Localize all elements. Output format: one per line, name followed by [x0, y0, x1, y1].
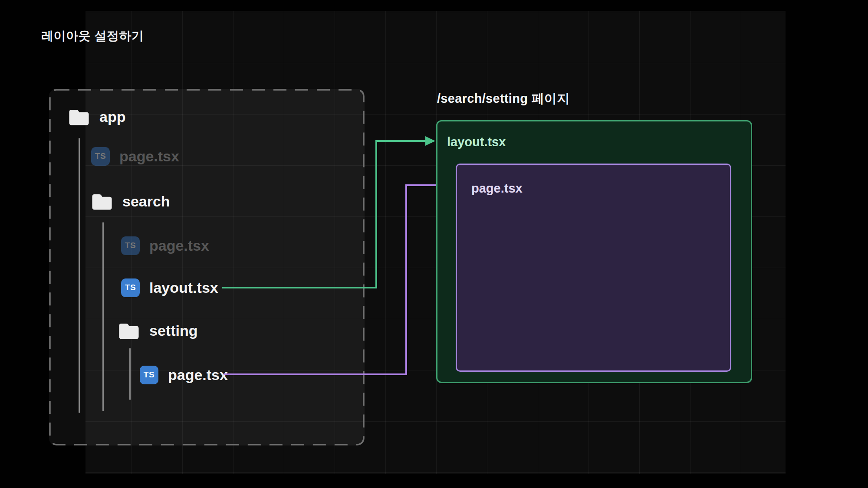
ts-badge-label: TS — [95, 151, 106, 161]
layout-box: layout.tsx page.tsx — [436, 120, 752, 383]
tree-guide-line — [102, 222, 104, 411]
ts-badge-label: TS — [144, 370, 155, 380]
tree-row-layout-tsx: TS layout.tsx — [121, 276, 218, 299]
page-title: 레이아웃 설정하기 — [41, 28, 144, 44]
layout-box-label: layout.tsx — [447, 135, 506, 149]
typescript-file-icon: TS — [140, 366, 158, 384]
typescript-file-icon: TS — [121, 278, 140, 297]
tree-item-label: search — [122, 193, 170, 210]
page-box-label: page.tsx — [471, 181, 523, 196]
ts-badge-label: TS — [125, 241, 136, 250]
tree-item-label: page.tsx — [119, 148, 179, 165]
tree-row-page-tsx-app: TS page.tsx — [91, 145, 179, 167]
page-box: page.tsx — [456, 164, 731, 372]
tree-item-label: layout.tsx — [149, 279, 218, 296]
file-tree-panel — [49, 89, 365, 445]
folder-icon — [118, 322, 140, 340]
tree-item-label: page.tsx — [149, 237, 209, 254]
tree-row-page-tsx-search: TS page.tsx — [121, 234, 209, 257]
tree-guide-line — [79, 138, 80, 413]
slide-canvas: 레이아웃 설정하기 app TS page.tsx search TS page… — [0, 0, 868, 488]
tree-item-label: app — [99, 108, 125, 125]
tree-guide-line — [129, 348, 131, 400]
tree-row-search: search — [91, 190, 170, 213]
folder-icon — [68, 108, 90, 126]
tree-row-page-tsx-setting: TS page.tsx — [140, 364, 228, 386]
typescript-file-icon: TS — [121, 236, 140, 255]
folder-icon — [91, 193, 113, 210]
preview-title: /search/setting 페이지 — [437, 90, 569, 108]
tree-row-setting: setting — [118, 319, 197, 342]
typescript-file-icon: TS — [91, 147, 110, 166]
ts-badge-label: TS — [125, 283, 136, 292]
tree-row-app: app — [68, 105, 125, 128]
tree-item-label: page.tsx — [168, 367, 228, 383]
tree-item-label: setting — [149, 322, 197, 339]
dashed-border — [49, 89, 365, 445]
